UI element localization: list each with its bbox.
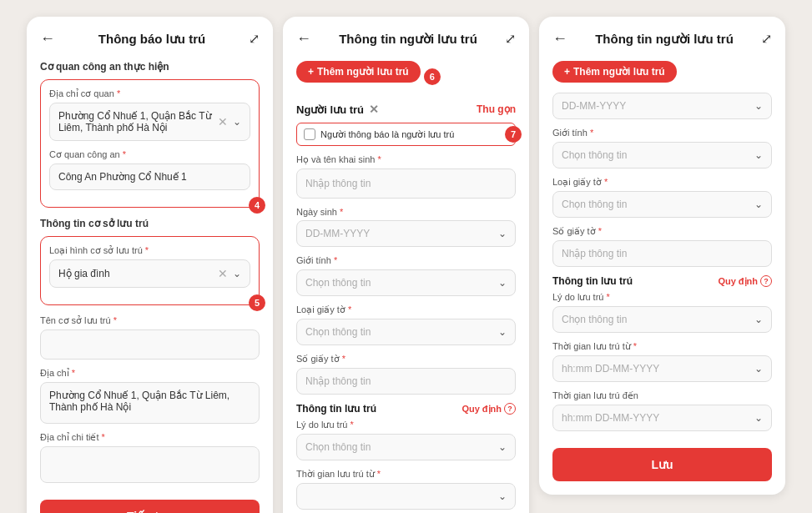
screen3-time-to-placeholder: hh:mm DD-MM-YYYY xyxy=(562,412,754,424)
screen1-lodging-type-icons: ✕ ⌄ xyxy=(218,267,241,280)
screen2-time-from-chevron-icon[interactable]: ⌄ xyxy=(498,490,507,502)
screen3-time-from-label: Thời gian lưu trú từ * xyxy=(552,341,772,352)
screen2-person-row: Người lưu trú ✕ Thu gọn xyxy=(296,103,516,116)
screen1-title: Thông báo lưu trú xyxy=(55,32,249,47)
screen3-time-to-field[interactable]: hh:mm DD-MM-YYYY ⌄ xyxy=(552,405,772,431)
screen3-reason-placeholder: Chọn thông tin xyxy=(562,314,754,325)
screen3-time-from-chevron-icon[interactable]: ⌄ xyxy=(754,363,763,375)
screen1-address2-value: Phường Cổ Nhuế 1, Quận Bắc Từ Liêm, Thàn… xyxy=(49,390,229,413)
screen1-lodging-name-label: Tên cơ sở lưu trú * xyxy=(40,315,260,326)
screen3-add-person-btn[interactable]: + Thêm người lưu trú xyxy=(552,61,677,83)
screen3-reason-field[interactable]: Chọn thông tin ⌄ xyxy=(552,306,772,333)
screen2-id-type-placeholder: Chọn thông tin xyxy=(305,326,498,338)
screen2-person-label: Người lưu trú ✕ xyxy=(296,103,379,116)
screen2-id-type-label: Loại giấy tờ * xyxy=(296,304,516,315)
screen3-time-from-field[interactable]: hh:mm DD-MM-YYYY ⌄ xyxy=(552,355,772,382)
screen2-gender-placeholder: Chọn thông tin xyxy=(305,277,498,289)
screen2-add-btn-label: Thêm người lưu trú xyxy=(317,66,409,78)
screen-2: ← Thông tin người lưu trú ⤢ + Thêm người… xyxy=(283,17,529,513)
screen1-lodging-type-chevron-icon[interactable]: ⌄ xyxy=(233,268,241,279)
screen1-police-label: Cơ quan công an * xyxy=(49,149,250,160)
screen2-regulation-link[interactable]: Quy định ? xyxy=(461,403,516,415)
screen2-dob-label: Ngày sinh * xyxy=(296,207,516,217)
screen2-title: Thông tin người lưu trú xyxy=(311,32,505,47)
screen2-gender-label: Giới tính * xyxy=(296,255,516,266)
screen3-info-header: Thông tin lưu trú Quy định ? xyxy=(552,275,772,287)
screen3-gender-field[interactable]: Chọn thông tin ⌄ xyxy=(552,142,772,168)
screen1-section2-box: Loại hình cơ sở lưu trú * Hộ gia đình ✕ … xyxy=(40,236,260,305)
screen2-expand-icon[interactable]: ⤢ xyxy=(505,31,516,47)
screen3-gender-placeholder: Chọn thông tin xyxy=(562,149,754,161)
screen2-reason-field[interactable]: Chọn thông tin ⌄ xyxy=(296,434,516,460)
screen2-add-icon: + xyxy=(308,66,314,78)
screen2-reason-chevron-icon[interactable]: ⌄ xyxy=(498,441,507,453)
screen1-address-chevron-icon[interactable]: ⌄ xyxy=(233,116,241,128)
screen1-address-field[interactable]: Phường Cổ Nhuế 1, Quận Bắc Từ Liêm, Thàn… xyxy=(49,103,250,141)
screen3-info-title: Thông tin lưu trú xyxy=(552,275,633,287)
screen2-add-person-btn[interactable]: + Thêm người lưu trú xyxy=(296,61,421,83)
screen3-reason-chevron-icon[interactable]: ⌄ xyxy=(754,314,763,325)
badge-4: 4 xyxy=(249,197,265,214)
screen2-fullname-field[interactable]: Nhập thông tin xyxy=(296,168,516,199)
screen3-dob-field[interactable]: DD-MM-YYYY ⌄ xyxy=(552,93,772,119)
screen2-back-btn[interactable]: ← xyxy=(296,30,311,48)
screen3-gender-chevron-icon[interactable]: ⌄ xyxy=(754,149,763,161)
screen1-header: ← Thông báo lưu trú ⤢ xyxy=(40,30,260,48)
screen2-collapse-btn[interactable]: Thu gọn xyxy=(477,103,516,115)
screen3-time-to-chevron-icon[interactable]: ⌄ xyxy=(754,412,763,424)
screen1-lodging-type-clear-icon[interactable]: ✕ xyxy=(218,267,228,280)
screen2-dob-placeholder: DD-MM-YYYY xyxy=(305,228,498,239)
screen2-header: ← Thông tin người lưu trú ⤢ xyxy=(296,30,516,48)
screen2-id-number-field[interactable]: Nhập thông tin xyxy=(296,368,516,395)
screen2-checkbox-row[interactable]: Người thông báo là người lưu trú 7 xyxy=(296,123,516,146)
screen-1: ← Thông báo lưu trú ⤢ Cơ quan công an th… xyxy=(27,17,273,513)
screen2-id-type-field[interactable]: Chọn thông tin ⌄ xyxy=(296,319,516,345)
screen-3: ← Thông tin người lưu trú ⤢ + Thêm người… xyxy=(539,17,785,495)
screen2-add-btn-row: + Thêm người lưu trú 6 xyxy=(296,61,516,93)
screen2-fullname-placeholder: Nhập thông tin xyxy=(305,178,507,189)
screen2-checkbox[interactable] xyxy=(304,128,315,140)
screen3-dob-chevron-icon[interactable]: ⌄ xyxy=(754,100,763,112)
screen2-reason-placeholder: Chọn thông tin xyxy=(305,441,498,453)
screen1-address-clear-icon[interactable]: ✕ xyxy=(218,115,228,128)
screen3-id-number-placeholder: Nhập thông tin xyxy=(562,248,763,259)
screen1-lodging-type-field[interactable]: Hộ gia đình ✕ ⌄ xyxy=(49,259,250,288)
screen3-time-to-label: Thời gian lưu trú đến xyxy=(552,390,772,401)
screen1-continue-btn[interactable]: Tiếp tục xyxy=(40,500,260,513)
screen1-address2-field[interactable]: Phường Cổ Nhuế 1, Quận Bắc Từ Liêm, Thàn… xyxy=(40,382,260,424)
screen1-address-detail-field[interactable] xyxy=(40,446,260,483)
screen2-id-type-chevron-icon[interactable]: ⌄ xyxy=(498,326,507,338)
screens-container: ← Thông báo lưu trú ⤢ Cơ quan công an th… xyxy=(27,17,785,513)
badge-5: 5 xyxy=(249,294,265,311)
screen3-regulation-link[interactable]: Quy định ? xyxy=(718,275,772,287)
screen2-dob-chevron-icon[interactable]: ⌄ xyxy=(498,228,507,239)
screen1-address-detail-label: Địa chỉ chi tiết * xyxy=(40,432,260,443)
screen1-lodging-name-field[interactable] xyxy=(40,329,260,360)
screen3-back-btn[interactable]: ← xyxy=(552,30,567,48)
screen3-id-type-placeholder: Chọn thông tin xyxy=(562,199,754,210)
screen3-add-icon: + xyxy=(564,66,570,78)
screen2-checkbox-label: Người thông báo là người lưu trú xyxy=(320,129,454,140)
screen3-time-from-placeholder: hh:mm DD-MM-YYYY xyxy=(562,363,754,375)
screen3-id-number-field[interactable]: Nhập thông tin xyxy=(552,240,772,267)
screen2-fullname-label: Họ và tên khai sinh * xyxy=(296,154,516,165)
screen1-police-field[interactable]: Công An Phường Cổ Nhuế 1 xyxy=(49,163,250,190)
screen3-gender-label: Giới tính * xyxy=(552,128,772,138)
screen1-section2-label: Thông tin cơ sở lưu trú xyxy=(40,218,260,229)
screen3-info-icon: ? xyxy=(760,275,772,287)
screen1-back-btn[interactable]: ← xyxy=(40,30,55,48)
screen3-save-btn[interactable]: Lưu xyxy=(552,448,772,481)
screen3-id-type-field[interactable]: Chọn thông tin ⌄ xyxy=(552,191,772,218)
screen1-expand-icon[interactable]: ⤢ xyxy=(249,31,260,47)
screen3-reason-label: Lý do lưu trú * xyxy=(552,292,772,303)
screen2-person-close-icon[interactable]: ✕ xyxy=(369,103,379,116)
screen3-expand-icon[interactable]: ⤢ xyxy=(761,31,772,47)
screen2-gender-field[interactable]: Chọn thông tin ⌄ xyxy=(296,269,516,296)
screen3-id-type-chevron-icon[interactable]: ⌄ xyxy=(754,199,763,210)
screen2-time-from-field[interactable]: ⌄ xyxy=(296,483,516,510)
screen2-info-header: Thông tin lưu trú Quy định ? xyxy=(296,403,516,415)
screen1-lodging-type-label: Loại hình cơ sở lưu trú * xyxy=(49,245,250,256)
screen2-dob-field[interactable]: DD-MM-YYYY ⌄ xyxy=(296,220,516,247)
badge-7: 7 xyxy=(505,126,522,143)
screen2-gender-chevron-icon[interactable]: ⌄ xyxy=(498,277,507,289)
